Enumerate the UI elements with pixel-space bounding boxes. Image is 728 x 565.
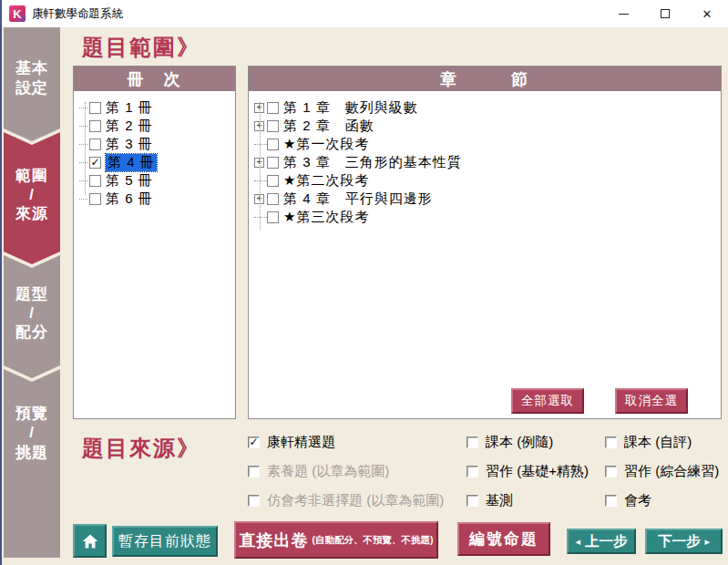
direct-output-button[interactable]: 直接出卷 (自動配分、不預覽、不挑題) <box>234 521 438 559</box>
checkbox[interactable] <box>605 466 617 478</box>
tree-connector <box>254 144 267 145</box>
chapter-label-1[interactable]: 第 1 章 數列與級數 <box>283 99 418 117</box>
tree-guide-line <box>260 102 261 230</box>
volume-label-2[interactable]: 第 2 冊 <box>106 118 153 135</box>
checkbox[interactable] <box>467 466 478 478</box>
previous-step-button[interactable]: ◂ 上一步 <box>567 529 636 554</box>
left-arrow-icon: ◂ <box>575 536 580 548</box>
source-column-2: 課本 (例隨) 習作 (基礎+精熟) 基測 <box>467 432 605 519</box>
tree-connector <box>79 126 87 127</box>
source-checkbox-workbook-basic[interactable]: 習作 (基礎+精熟) <box>467 461 605 481</box>
chapter-checkbox-1[interactable] <box>267 102 279 114</box>
tree-connector <box>79 144 87 145</box>
home-button[interactable] <box>73 524 107 558</box>
scope-section-heading: 題目範圍》 <box>82 33 200 62</box>
source-checkbox-kangxuan-selected[interactable]: ✓ 康軒精選題 <box>248 432 467 452</box>
volume-row-5: 第 5 冊 <box>74 171 235 190</box>
tree-connector <box>79 108 87 108</box>
home-icon <box>81 532 99 550</box>
maximize-button[interactable] <box>644 0 686 27</box>
sidebar-tab-basic-settings[interactable]: 基本 設定 <box>4 27 60 141</box>
volume-checkbox-4[interactable]: ✓ <box>89 157 101 169</box>
chapter-label-7[interactable]: ★第三次段考 <box>283 209 369 226</box>
right-arrow-icon: ▸ <box>704 536 710 548</box>
chapter-row-exam-2: ★第二次段考 <box>249 171 721 190</box>
direct-output-label: 直接出卷 <box>240 529 309 551</box>
chapter-checkbox-5[interactable] <box>267 175 279 187</box>
sidebar-tab-preview-pick[interactable]: 預覽 / 挑題 <box>4 369 60 558</box>
tree-guide-line <box>85 102 86 195</box>
window-title: 康軒數學命題系統 <box>32 6 123 22</box>
tree-connector <box>254 217 267 218</box>
deselect-all-button[interactable]: 取消全選 <box>615 388 688 414</box>
checkbox[interactable] <box>605 437 617 448</box>
source-column-1: ✓ 康軒精選題 素養題 (以章為範圍) 仿會考非選擇題 (以章為範圍) <box>248 432 467 519</box>
maximize-icon <box>661 9 670 18</box>
chapter-row-exam-3: ★第三次段考 <box>249 208 721 226</box>
sidebar: 基本 設定 範圍 / 來源 題型 / 配分 預覽 / 挑題 <box>4 27 60 558</box>
volume-checkbox-2[interactable] <box>89 120 101 132</box>
chapter-row-3: + 第 3 章 三角形的基本性質 <box>249 153 721 171</box>
chapter-label-5[interactable]: ★第二次段考 <box>283 172 369 190</box>
window-controls: ✕ <box>602 0 728 27</box>
checkbox[interactable] <box>467 437 478 448</box>
select-all-button[interactable]: 全部選取 <box>511 388 584 414</box>
volume-label-5[interactable]: 第 5 冊 <box>106 172 153 190</box>
source-checkbox-mock-exam-disabled: 仿會考非選擇題 (以章為範圍) <box>248 490 467 510</box>
chapter-checkbox-6[interactable] <box>267 193 279 205</box>
source-section-heading: 題目來源》 <box>82 434 200 463</box>
chapter-checkbox-4[interactable] <box>267 157 279 169</box>
chapter-checkbox-7[interactable] <box>267 211 279 223</box>
volume-row-3: 第 3 冊 <box>74 135 235 153</box>
close-icon: ✕ <box>702 8 713 20</box>
tree-connector <box>79 180 87 181</box>
numbered-question-button[interactable]: 編號命題 <box>457 522 550 556</box>
chapter-header-jie: 節 <box>511 68 529 90</box>
sidebar-tab-scope-source[interactable]: 範圍 / 來源 <box>4 132 60 264</box>
next-step-button[interactable]: 下一步 ▸ <box>645 529 723 554</box>
minimize-button[interactable] <box>602 0 644 27</box>
volume-checkbox-1[interactable] <box>89 102 101 114</box>
tree-connector <box>254 180 267 181</box>
chapter-label-4[interactable]: 第 3 章 三角形的基本性質 <box>283 154 462 171</box>
tree-connector <box>79 199 87 200</box>
volume-row-4: ✓ 第 4 冊 <box>74 153 235 171</box>
sidebar-tab-question-types[interactable]: 題型 / 配分 <box>4 255 60 378</box>
chapter-checkbox-2[interactable] <box>267 120 279 132</box>
chapter-row-1: + 第 1 章 數列與級數 <box>249 98 721 117</box>
chapter-label-6[interactable]: 第 4 章 平行與四邊形 <box>283 190 433 208</box>
checkbox[interactable] <box>605 495 617 507</box>
check-icon: ✓ <box>249 437 258 447</box>
chapter-checkbox-3[interactable] <box>267 139 279 150</box>
save-state-button[interactable]: 暫存目前狀態 <box>112 526 218 557</box>
volume-label-4-selected[interactable]: 第 4 冊 <box>106 154 157 171</box>
volume-checkbox-3[interactable] <box>89 139 101 150</box>
volume-checkbox-5[interactable] <box>89 175 101 187</box>
source-checkbox-textbook-selfeval[interactable]: 課本 (自評) <box>605 432 719 452</box>
volume-row-6: 第 6 冊 <box>74 190 235 208</box>
checkbox-disabled <box>248 495 260 507</box>
source-checkbox-textbook-examples[interactable]: 課本 (例隨) <box>467 432 605 452</box>
volume-label-1[interactable]: 第 1 冊 <box>106 99 153 117</box>
source-checkbox-basic-test[interactable]: 基測 <box>467 490 605 510</box>
source-options: ✓ 康軒精選題 素養題 (以章為範圍) 仿會考非選擇題 (以章為範圍) 課本 (… <box>248 432 719 519</box>
volume-row-2: 第 2 冊 <box>74 117 235 135</box>
source-checkbox-workbook-comprehensive[interactable]: 習作 (綜合練習) <box>605 461 719 481</box>
app-window: K 康軒數學命題系統 ✕ 基本 設定 範圍 / 來源 題型 / 配分 預覽 / … <box>0 0 728 565</box>
volume-label-6[interactable]: 第 6 冊 <box>106 190 153 208</box>
checkbox-disabled <box>248 466 260 478</box>
tree-connector <box>79 162 87 163</box>
source-checkbox-comprehensive-exam[interactable]: 會考 <box>605 490 719 510</box>
volume-label-3[interactable]: 第 3 冊 <box>106 136 153 153</box>
checkbox[interactable] <box>467 495 478 507</box>
chapter-label-3[interactable]: ★第一次段考 <box>283 136 369 153</box>
titlebar: K 康軒數學命題系統 ✕ <box>2 0 728 27</box>
close-button[interactable]: ✕ <box>686 0 728 27</box>
source-column-3: 課本 (自評) 習作 (綜合練習) 會考 <box>605 432 719 519</box>
checkbox-checked[interactable]: ✓ <box>248 437 260 448</box>
volume-list: 第 1 冊 第 2 冊 第 3 冊 ✓ 第 4 冊 第 5 冊 <box>74 91 235 208</box>
chapter-label-2[interactable]: 第 2 章 函數 <box>283 118 374 135</box>
volume-checkbox-6[interactable] <box>89 193 101 205</box>
check-icon: ✓ <box>90 157 99 168</box>
direct-output-note: (自動配分、不預覽、不挑題) <box>313 534 434 547</box>
